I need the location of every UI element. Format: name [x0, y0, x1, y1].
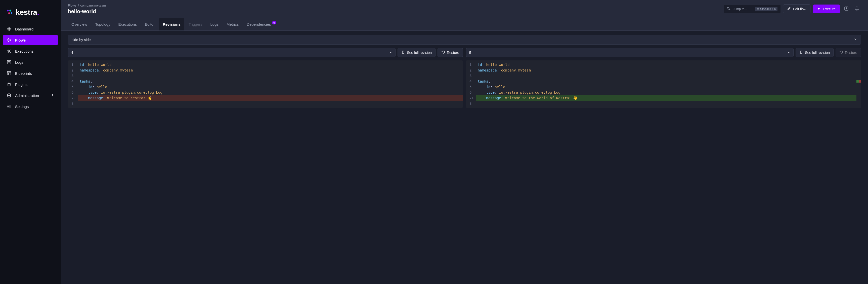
revision-select-left[interactable]: 4: [68, 48, 396, 57]
sidebar-item-label: Dashboard: [15, 27, 33, 31]
breadcrumb: Flows / company.myteam: [68, 3, 106, 7]
logo-text: kestra.: [16, 8, 39, 17]
chevron-down-icon: [854, 37, 857, 42]
see-full-revision-right[interactable]: See full revision: [796, 48, 834, 57]
tab-triggers: Triggers: [185, 18, 206, 30]
sidebar-item-executions[interactable]: Executions: [3, 46, 58, 56]
sidebar-item-label: Settings: [15, 105, 29, 109]
code-right[interactable]: 1 2 3 4 5 6 7+8 id: hello-worldnamespace…: [466, 60, 861, 108]
sidebar-item-blueprints[interactable]: Blueprints: [3, 68, 58, 79]
tab-overview[interactable]: Overview: [68, 18, 91, 30]
dashboard-icon: [6, 26, 11, 31]
sidebar-item-label: Plugins: [15, 82, 27, 87]
revision-select-right[interactable]: 5: [466, 48, 794, 57]
diff-right: 5 See full revision Restore 1 2 3 4 5 6 …: [466, 48, 861, 108]
header: Flows / company.myteam hello-world Jump …: [61, 0, 868, 18]
dependencies-badge: 0: [272, 21, 276, 24]
svg-rect-2: [8, 12, 10, 14]
blueprints-icon: [6, 71, 11, 76]
svg-rect-5: [9, 27, 11, 29]
sidebar: kestra. Dashboard Flows Executions Logs …: [0, 0, 61, 284]
sidebar-item-plugins[interactable]: Plugins: [3, 79, 58, 90]
search-icon: [727, 7, 730, 11]
tab-revisions[interactable]: Revisions: [159, 18, 184, 30]
restore-icon: [441, 50, 445, 55]
logs-icon: [6, 60, 11, 65]
breadcrumb-namespace[interactable]: company.myteam: [81, 3, 106, 7]
svg-rect-6: [7, 29, 9, 31]
chevron-down-icon: [389, 51, 392, 55]
sidebar-item-label: Executions: [15, 49, 33, 53]
tab-logs[interactable]: Logs: [207, 18, 222, 30]
diff-left: 4 See full revision Restore 1 2 3 4 5 6 …: [68, 48, 463, 108]
gutter-right: 1 2 3 4 5 6 7+8: [466, 60, 476, 108]
gutter-left: 1 2 3 4 5 6 7-8: [68, 60, 78, 108]
bolt-icon: [817, 7, 821, 11]
content: side-by-side 4 See full revision: [61, 31, 868, 284]
chevron-right-icon: [51, 93, 54, 98]
svg-rect-0: [7, 9, 9, 11]
document-icon: [799, 50, 803, 55]
svg-rect-9: [7, 41, 8, 42]
shortcut-hint: ⌘ Ctrl/Cmd + K: [755, 7, 777, 11]
restore-icon: [839, 50, 843, 55]
svg-rect-8: [7, 38, 8, 39]
sidebar-item-label: Flows: [15, 38, 26, 42]
admin-icon: [6, 93, 11, 98]
sidebar-item-flows[interactable]: Flows: [3, 35, 58, 45]
code-lines-left: id: hello-worldnamespace: company.myteam…: [78, 60, 463, 108]
diff-container: 4 See full revision Restore 1 2 3 4 5 6 …: [68, 48, 861, 108]
bell-icon[interactable]: [853, 4, 861, 13]
executions-icon: [6, 49, 11, 54]
svg-rect-4: [7, 27, 9, 29]
tab-executions[interactable]: Executions: [115, 18, 140, 30]
code-lines-right: id: hello-worldnamespace: company.myteam…: [476, 60, 857, 108]
tabs: Overview Topology Executions Editor Revi…: [61, 18, 868, 31]
execute-button[interactable]: Execute: [813, 4, 840, 13]
flows-icon: [6, 37, 11, 42]
tab-dependencies[interactable]: Dependencies0: [243, 18, 280, 30]
sidebar-item-label: Administration: [15, 93, 39, 98]
svg-point-14: [7, 94, 11, 97]
svg-point-16: [8, 106, 10, 107]
code-left[interactable]: 1 2 3 4 5 6 7-8 id: hello-worldnamespace…: [68, 60, 463, 108]
sidebar-item-dashboard[interactable]: Dashboard: [3, 24, 58, 34]
view-mode-select[interactable]: side-by-side: [68, 35, 861, 45]
svg-rect-10: [10, 39, 11, 40]
logo[interactable]: kestra.: [3, 6, 58, 24]
tab-metrics[interactable]: Metrics: [223, 18, 242, 30]
chevron-down-icon: [787, 51, 790, 55]
minimap[interactable]: [857, 60, 861, 108]
svg-point-17: [727, 7, 729, 9]
restore-left[interactable]: Restore: [437, 48, 463, 57]
sidebar-item-label: Logs: [15, 60, 23, 64]
sidebar-item-settings[interactable]: Settings: [3, 101, 58, 112]
svg-rect-3: [10, 12, 12, 14]
svg-rect-7: [9, 29, 11, 31]
kestra-logo-icon: [6, 9, 13, 16]
settings-icon: [6, 104, 11, 109]
help-icon[interactable]: [842, 4, 850, 13]
svg-point-15: [8, 95, 9, 96]
main-content: Flows / company.myteam hello-world Jump …: [61, 0, 868, 284]
document-icon: [401, 50, 405, 55]
tab-topology[interactable]: Topology: [92, 18, 114, 30]
plugins-icon: [6, 82, 11, 87]
pencil-icon: [787, 7, 791, 11]
svg-rect-1: [9, 9, 11, 11]
sidebar-item-label: Blueprints: [15, 71, 32, 76]
restore-right: Restore: [836, 48, 861, 57]
sidebar-item-administration[interactable]: Administration: [3, 90, 58, 101]
jump-to-input[interactable]: Jump to... ⌘ Ctrl/Cmd + K: [724, 5, 780, 13]
jump-placeholder: Jump to...: [733, 7, 747, 11]
sidebar-item-logs[interactable]: Logs: [3, 57, 58, 67]
see-full-revision-left[interactable]: See full revision: [398, 48, 435, 57]
edit-flow-button[interactable]: Edit flow: [783, 4, 810, 13]
tab-editor[interactable]: Editor: [141, 18, 158, 30]
breadcrumb-flows[interactable]: Flows: [68, 3, 76, 7]
page-title: hello-world: [68, 8, 106, 15]
svg-rect-13: [7, 72, 11, 75]
